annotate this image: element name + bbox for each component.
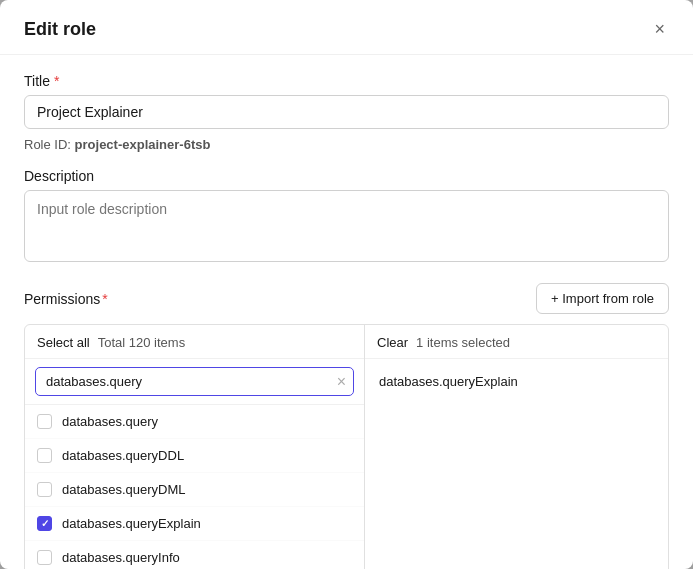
perm-label: databases.queryExplain: [62, 516, 201, 531]
list-item[interactable]: databases.queryExplain: [25, 507, 364, 541]
total-items-label: Total 120 items: [98, 335, 185, 350]
description-label: Description: [24, 168, 669, 184]
modal-title: Edit role: [24, 19, 96, 40]
permissions-header: Permissions * + Import from role: [24, 283, 669, 314]
perm-label: databases.queryDDL: [62, 448, 184, 463]
permission-search-input[interactable]: [35, 367, 354, 396]
permissions-required-star: *: [102, 291, 107, 307]
perm-label: databases.query: [62, 414, 158, 429]
perm-checkbox-databases-queryexplain[interactable]: [37, 516, 52, 531]
clear-button[interactable]: Clear: [377, 335, 408, 350]
selected-permissions-list: databases.queryExplain: [365, 359, 668, 569]
list-item: databases.queryExplain: [365, 367, 668, 396]
permissions-label: Permissions *: [24, 291, 108, 307]
perm-label: databases.queryDML: [62, 482, 186, 497]
perm-left-header: Select all Total 120 items: [25, 325, 364, 359]
modal-header: Edit role ×: [0, 0, 693, 55]
close-button[interactable]: ×: [650, 18, 669, 40]
perm-checkbox-databases-query[interactable]: [37, 414, 52, 429]
perm-label: databases.queryInfo: [62, 550, 180, 565]
selected-perm-label: databases.queryExplain: [379, 374, 518, 389]
title-label: Title *: [24, 73, 669, 89]
list-item[interactable]: databases.queryDML: [25, 473, 364, 507]
modal-overlay: Edit role × Title * Role ID: project-exp…: [0, 0, 693, 569]
perm-right-header: Clear 1 items selected: [365, 325, 668, 359]
perm-checkbox-databases-queryddl[interactable]: [37, 448, 52, 463]
select-all-button[interactable]: Select all: [37, 335, 90, 350]
search-box-wrap: ×: [25, 359, 364, 405]
list-item[interactable]: databases.queryDDL: [25, 439, 364, 473]
title-input[interactable]: [24, 95, 669, 129]
list-item[interactable]: databases.queryInfo: [25, 541, 364, 569]
permissions-body: Select all Total 120 items × databases.q…: [24, 324, 669, 569]
import-from-role-button[interactable]: + Import from role: [536, 283, 669, 314]
search-clear-button[interactable]: ×: [337, 374, 346, 390]
items-selected-label: 1 items selected: [416, 335, 510, 350]
perm-checkbox-databases-queryinfo[interactable]: [37, 550, 52, 565]
list-item[interactable]: databases.query: [25, 405, 364, 439]
perm-checkbox-databases-querydml[interactable]: [37, 482, 52, 497]
required-star: *: [54, 73, 59, 89]
modal-body: Title * Role ID: project-explainer-6tsb …: [0, 55, 693, 569]
edit-role-modal: Edit role × Title * Role ID: project-exp…: [0, 0, 693, 569]
permissions-right-panel: Clear 1 items selected databases.queryEx…: [365, 325, 668, 569]
description-input[interactable]: [24, 190, 669, 262]
role-id-value: project-explainer-6tsb: [75, 137, 211, 152]
permission-list: databases.query databases.queryDDL datab…: [25, 405, 364, 569]
permissions-left-panel: Select all Total 120 items × databases.q…: [25, 325, 365, 569]
role-id-row: Role ID: project-explainer-6tsb: [24, 137, 669, 152]
